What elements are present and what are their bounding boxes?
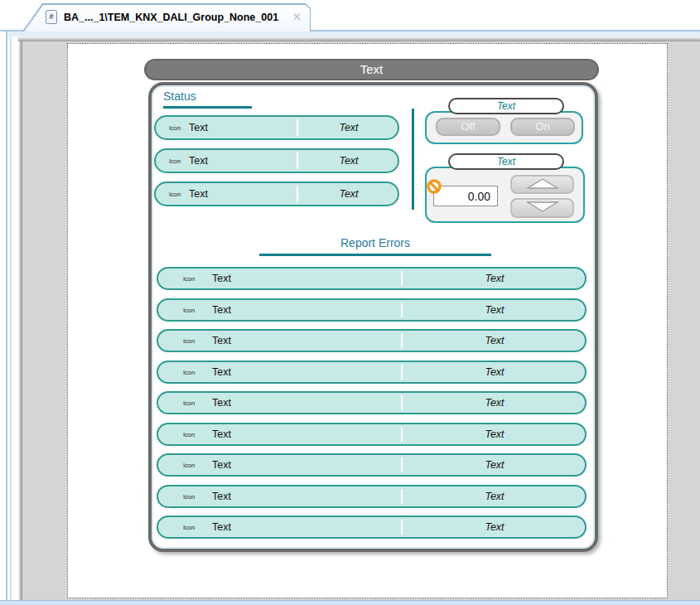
increment-button[interactable] [510,175,574,194]
report-row-value: Text [403,331,587,351]
status-section-label: Status [163,90,196,103]
report-row-name: Text [212,393,231,413]
report-row-icon-label: Icon [183,300,195,320]
report-error-row[interactable]: Icon Text Text [157,423,587,446]
report-row-name: Text [212,424,231,444]
status-row-name: Text [189,183,208,205]
tab-bar: # BA_..._1\TEM_KNX_DALI_Group_None_001 ✕ [0,0,700,31]
report-error-row[interactable]: Icon Text Text [157,453,587,477]
graphic-page-icon: # [46,10,57,24]
drawing-canvas: Text Status Icon Text Text Icon Text Tex… [22,41,700,600]
status-row[interactable]: Icon Text Text [154,148,399,173]
status-row-name: Text [189,150,208,172]
report-row-value: Text [403,393,587,413]
status-row[interactable]: Icon Text Text [154,115,399,140]
report-row-icon-label: Icon [183,362,195,382]
setpoint-value-input[interactable] [433,186,498,206]
report-row-value: Text [403,455,587,475]
report-row-value: Text [403,300,587,320]
report-row-name: Text [212,269,231,288]
report-row-icon-label: Icon [183,455,195,475]
switch-group-label-pill: Text [448,98,564,114]
report-row-icon-label: Icon [183,331,195,351]
status-row-value: Text [298,117,399,138]
status-row-name: Text [189,117,208,138]
status-row-icon-label: Icon [169,150,181,172]
down-triangle-icon [526,201,559,215]
document-tab-content: # BA_..._1\TEM_KNX_DALI_Group_None_001 ✕ [24,5,310,30]
setpoint-group-label-pill: Text [448,153,564,170]
report-row-name: Text [212,486,231,506]
report-error-row[interactable]: Icon Text Text [157,515,587,539]
panel-border-inner [10,31,12,605]
graphic-page: Text Status Icon Text Text Icon Text Tex… [67,43,668,598]
report-errors-underline [259,254,491,256]
window-bottom-border [0,600,700,605]
report-error-row[interactable]: Icon Text Text [157,485,587,508]
report-row-value: Text [403,269,587,288]
status-row-value: Text [298,183,399,205]
up-triangle-icon [526,177,559,192]
report-errors-section-label: Report Errors [259,236,491,249]
report-error-row[interactable]: Icon Text Text [157,267,587,290]
status-row-icon-label: Icon [169,117,181,138]
editor-window: # BA_..._1\TEM_KNX_DALI_Group_None_001 ✕… [0,0,700,605]
report-row-value: Text [403,486,587,506]
report-error-row[interactable]: Icon Text Text [157,361,587,384]
vertical-section-divider [412,109,414,210]
report-row-value: Text [403,517,587,537]
status-row[interactable]: Icon Text Text [154,182,399,206]
report-row-name: Text [212,455,231,475]
status-underline [163,106,252,109]
on-button[interactable]: On [510,118,575,136]
close-icon[interactable]: ✕ [292,5,302,30]
report-row-name: Text [212,331,231,351]
report-row-icon-label: Icon [183,269,195,288]
report-row-icon-label: Icon [183,424,195,444]
report-row-icon-label: Icon [183,517,195,537]
report-row-icon-label: Icon [183,393,195,413]
widget-header-pill[interactable]: Text [144,59,599,80]
off-button[interactable]: Off [436,118,500,136]
report-row-value: Text [403,424,587,444]
report-row-name: Text [212,362,231,382]
report-row-name: Text [212,517,231,537]
decrement-button[interactable] [510,198,574,218]
report-row-value: Text [403,362,587,382]
status-row-value: Text [298,150,399,172]
tab-title: BA_..._1\TEM_KNX_DALI_Group_None_001 [64,5,278,30]
status-row-icon-label: Icon [169,183,181,205]
report-row-name: Text [212,300,231,320]
no-entry-icon [427,179,442,194]
report-error-row[interactable]: Icon Text Text [157,391,587,414]
report-error-row[interactable]: Icon Text Text [157,298,587,322]
report-error-row[interactable]: Icon Text Text [157,329,587,352]
report-row-icon-label: Icon [183,486,195,506]
panel-border-outer [6,31,7,605]
